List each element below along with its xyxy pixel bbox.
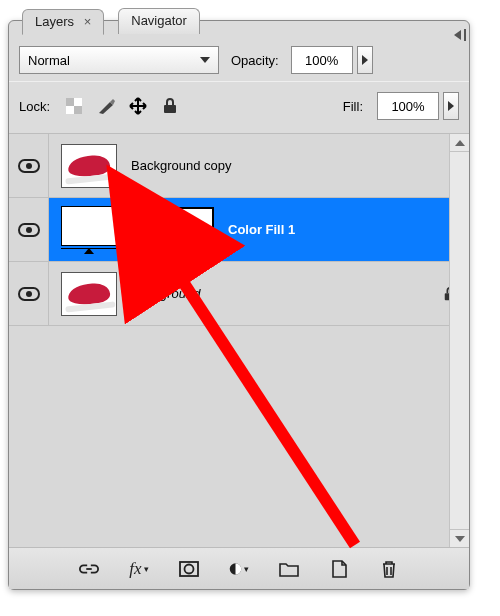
fill-input[interactable]: 100%: [377, 92, 439, 120]
tab-navigator[interactable]: Navigator: [118, 8, 200, 34]
svg-rect-3: [66, 106, 74, 114]
fill-flyout-button[interactable]: [443, 92, 459, 120]
scroll-down-button[interactable]: [450, 529, 469, 547]
delete-layer-button[interactable]: [379, 559, 399, 579]
fill-swatch[interactable]: [61, 206, 117, 254]
svg-point-7: [185, 564, 194, 573]
eye-icon: [18, 287, 40, 301]
svg-rect-0: [66, 98, 74, 106]
lock-fill-row: Lock: Fill: 100%: [19, 89, 459, 123]
chevron-up-icon: [455, 140, 465, 146]
fill-label: Fill:: [343, 99, 363, 114]
opacity-control: 100%: [291, 46, 373, 74]
adjustment-layer-button[interactable]: ▾: [229, 559, 249, 579]
lock-pixels-icon[interactable]: [96, 96, 116, 116]
vertical-scrollbar[interactable]: [449, 134, 469, 547]
close-icon[interactable]: ×: [84, 14, 92, 29]
blend-mode-select[interactable]: Normal: [19, 46, 219, 74]
svg-rect-1: [74, 106, 82, 114]
panel-tabs: Layers × Navigator: [22, 8, 200, 34]
layer-row[interactable]: Background: [9, 262, 469, 326]
lock-label: Lock:: [19, 99, 50, 114]
new-group-button[interactable]: [279, 559, 299, 579]
svg-rect-4: [164, 105, 176, 113]
lock-all-icon[interactable]: [160, 96, 180, 116]
lock-options: [64, 96, 180, 116]
layers-list: Background copy ⇿ Color Fill 1: [9, 133, 469, 547]
triangle-right-icon: [362, 55, 368, 65]
layer-row-selected[interactable]: ⇿ Color Fill 1: [9, 198, 469, 262]
fill-control: 100%: [377, 92, 459, 120]
link-icon: ⇿: [131, 220, 144, 239]
opacity-label: Opacity:: [231, 53, 279, 68]
blend-mode-value: Normal: [28, 53, 70, 68]
link-layers-button[interactable]: [79, 559, 99, 579]
empty-layer-area: [9, 326, 469, 546]
separator: [9, 81, 469, 82]
visibility-toggle[interactable]: [9, 198, 49, 261]
opacity-flyout-button[interactable]: [357, 46, 373, 74]
chevron-down-icon: [455, 536, 465, 542]
lock-position-icon[interactable]: [128, 96, 148, 116]
layers-panel: Layers × Navigator Normal Opacity: 100% …: [8, 20, 470, 590]
layer-style-button[interactable]: fx▾: [129, 559, 149, 579]
lock-transparent-icon[interactable]: [64, 96, 84, 116]
add-mask-button[interactable]: [179, 559, 199, 579]
opacity-input[interactable]: 100%: [291, 46, 353, 74]
visibility-toggle[interactable]: [9, 134, 49, 197]
layer-row[interactable]: Background copy: [9, 134, 469, 198]
layer-name[interactable]: Color Fill 1: [228, 222, 457, 237]
blend-opacity-row: Normal Opacity: 100%: [19, 43, 459, 77]
eye-icon: [18, 159, 40, 173]
scroll-up-button[interactable]: [450, 134, 469, 152]
eye-icon: [18, 223, 40, 237]
layer-thumbnail[interactable]: [61, 272, 117, 316]
tab-label: Navigator: [131, 13, 187, 28]
panel-menu-button[interactable]: [448, 27, 466, 43]
new-layer-button[interactable]: [329, 559, 349, 579]
tab-label: Layers: [35, 14, 74, 29]
layer-mask-thumbnail[interactable]: [158, 207, 214, 253]
layers-footer: fx▾ ▾: [9, 547, 469, 589]
visibility-toggle[interactable]: [9, 262, 49, 325]
layer-name[interactable]: Background: [131, 286, 429, 301]
layer-name[interactable]: Background copy: [131, 158, 457, 173]
chevron-down-icon: [200, 57, 210, 63]
tab-layers[interactable]: Layers ×: [22, 9, 104, 35]
triangle-right-icon: [448, 101, 454, 111]
svg-rect-2: [74, 98, 82, 106]
layer-thumbnail[interactable]: [61, 144, 117, 188]
